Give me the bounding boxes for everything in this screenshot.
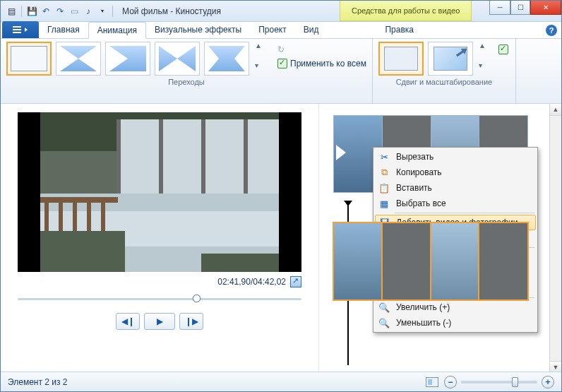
maximize-button[interactable]: ☐: [510, 1, 530, 15]
svg-rect-14: [40, 197, 118, 203]
svg-rect-1: [13, 29, 21, 30]
svg-rect-0: [13, 26, 21, 28]
help-icon[interactable]: ?: [546, 25, 557, 36]
svg-rect-4: [279, 112, 301, 272]
zoom-control: − +: [444, 376, 554, 388]
checkmark-icon: [277, 59, 287, 69]
transitions-scroll-up-icon[interactable]: ▲: [255, 42, 263, 49]
tab-visual-effects[interactable]: Визуальные эффекты: [146, 21, 250, 38]
status-bar: Элемент 2 из 2 − +: [1, 372, 561, 391]
panzoom-none[interactable]: [378, 42, 424, 76]
file-menu-button[interactable]: [2, 21, 39, 38]
svg-rect-20: [40, 231, 125, 272]
transition-marker-icon: [336, 145, 346, 160]
zoom-out-icon: 🔍: [378, 316, 390, 329]
title-bar: ▤ 💾 ↶ ↷ ▭ ♪ ▾ Мой фильм - Киностудия Сре…: [1, 1, 561, 22]
play-button[interactable]: ▶: [144, 313, 175, 330]
time-display: 02:41,90/04:42,02: [217, 277, 286, 287]
ctx-cut[interactable]: ✂Вырезать: [375, 149, 536, 165]
clipboard-icon: 📋: [378, 182, 390, 194]
ctx-paste[interactable]: 📋Вставить: [375, 180, 536, 196]
prev-frame-button[interactable]: ◀❙: [116, 313, 140, 330]
tab-animation[interactable]: Анимация: [88, 22, 146, 39]
transition-diagonal[interactable]: [105, 42, 150, 76]
copy-icon: ⧉: [378, 166, 390, 179]
transition-diamond[interactable]: [204, 42, 249, 76]
zoom-in-button[interactable]: +: [542, 376, 554, 388]
tab-edit[interactable]: Правка: [376, 21, 422, 38]
svg-rect-18: [87, 203, 91, 231]
apply-to-all-button[interactable]: Применить ко всем: [277, 59, 366, 69]
panzoom-auto[interactable]: [428, 42, 473, 76]
zoom-in-icon: 🔍: [378, 301, 390, 314]
seek-thumb[interactable]: [193, 295, 201, 302]
zoom-slider[interactable]: [461, 381, 537, 384]
tab-home[interactable]: Главная: [39, 21, 88, 38]
scroll-up-icon[interactable]: ▲: [550, 104, 561, 116]
tab-project[interactable]: Проект: [250, 21, 295, 38]
svg-rect-7: [116, 119, 279, 197]
svg-rect-2: [13, 32, 21, 33]
panzoom-group-label: Сдвиг и масштабирование: [378, 76, 510, 88]
fullscreen-icon[interactable]: [290, 276, 301, 287]
zoom-out-button[interactable]: −: [444, 376, 457, 388]
clip-2[interactable]: [333, 222, 528, 300]
music-icon[interactable]: ♪: [82, 5, 95, 18]
svg-rect-21: [201, 254, 279, 272]
transition-crossfade[interactable]: [56, 42, 101, 76]
next-frame-button[interactable]: ❙▶: [179, 313, 203, 330]
transition-bowtie[interactable]: [155, 42, 200, 76]
svg-rect-8: [116, 119, 121, 197]
vertical-scrollbar[interactable]: ▲ ▼: [549, 104, 561, 373]
ctx-zoom-out[interactable]: 🔍Уменьшить (-): [375, 315, 536, 331]
svg-rect-19: [101, 203, 105, 231]
ribbon-tabs: Главная Анимация Визуальные эффекты Прое…: [1, 22, 561, 39]
ctx-copy[interactable]: ⧉Копировать: [375, 165, 536, 180]
svg-rect-17: [73, 203, 77, 231]
status-element-count: Элемент 2 из 2: [8, 377, 68, 387]
window-title: Мой фильм - Киностудия: [122, 6, 221, 16]
zoom-thumb[interactable]: [512, 377, 518, 387]
page-icon[interactable]: ▭: [68, 5, 80, 18]
svg-rect-9: [159, 119, 163, 197]
app-icon[interactable]: ▤: [5, 5, 18, 18]
select-all-icon: ▦: [378, 197, 390, 210]
scissors-icon: ✂: [378, 150, 390, 163]
ribbon: ▲ ▾ ↻ Применить ко всем Переходы ▲ ▾: [1, 39, 561, 104]
svg-rect-3: [18, 112, 40, 272]
contextual-tab-header: Средства для работы с видео: [340, 1, 472, 21]
qat-dropdown-icon[interactable]: ▾: [96, 5, 109, 18]
panzoom-scroll-up-icon[interactable]: ▲: [479, 42, 487, 49]
svg-rect-10: [201, 119, 205, 197]
tab-view[interactable]: Вид: [295, 21, 328, 38]
panzoom-more-icon[interactable]: ▾: [479, 61, 487, 69]
undo-icon[interactable]: ↶: [40, 5, 52, 18]
quick-access-toolbar: ▤ 💾 ↶ ↷ ▭ ♪ ▾: [1, 5, 119, 18]
transitions-more-icon[interactable]: ▾: [255, 61, 263, 69]
ctx-select-all[interactable]: ▦Выбрать все: [375, 196, 536, 211]
view-mode-icon[interactable]: [426, 377, 438, 387]
svg-rect-16: [59, 203, 63, 231]
minimize-button[interactable]: ─: [489, 1, 510, 15]
close-button[interactable]: ✕: [530, 1, 561, 15]
ctx-zoom-in[interactable]: 🔍Увеличить (+): [375, 299, 536, 315]
transition-none[interactable]: [6, 42, 52, 76]
separator: [395, 213, 534, 213]
transitions-group-label: Переходы: [6, 76, 366, 88]
panzoom-apply-all-icon[interactable]: [498, 44, 508, 54]
apply-to-all-label: Применить ко всем: [290, 59, 366, 69]
save-icon[interactable]: 💾: [25, 5, 38, 18]
preview-video[interactable]: [18, 112, 301, 272]
redo-icon[interactable]: ↷: [54, 5, 66, 18]
preview-pane: 02:41,90/04:42,02 ◀❙ ▶ ❙▶: [1, 104, 318, 373]
seek-bar[interactable]: [18, 292, 301, 306]
svg-rect-11: [244, 119, 248, 197]
svg-rect-15: [44, 203, 49, 231]
